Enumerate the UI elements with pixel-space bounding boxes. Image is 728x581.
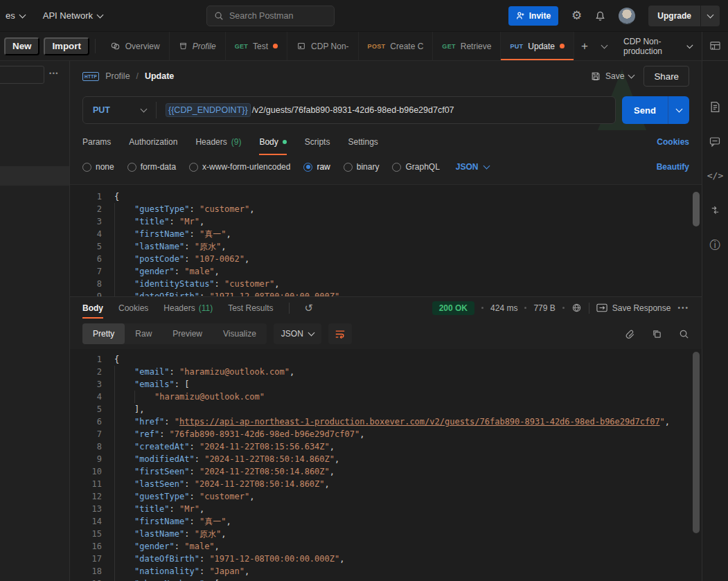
view-visualize[interactable]: Visualize [213, 323, 267, 344]
response-more-actions-button[interactable]: ••• [677, 304, 689, 312]
scrollbar-thumb[interactable] [693, 352, 700, 533]
status-badge[interactable]: 200 OK [432, 301, 474, 315]
user-avatar[interactable] [619, 8, 635, 24]
environment-quick-look-button[interactable] [702, 32, 728, 61]
save-options-chevron-icon[interactable] [628, 72, 635, 79]
link-paperclip-icon[interactable] [625, 329, 635, 339]
cookies-link[interactable]: Cookies [657, 137, 689, 147]
tab-options-button[interactable] [595, 32, 614, 60]
radio-raw-selected[interactable]: raw [303, 162, 330, 172]
tab-retrieve[interactable]: GET Retrieve [433, 32, 501, 60]
upgrade-button[interactable]: Upgrade [648, 6, 700, 26]
tab-body-active[interactable]: Body [259, 129, 286, 155]
import-button[interactable]: Import [44, 37, 89, 55]
view-raw[interactable]: Raw [125, 323, 162, 344]
api-network-menu[interactable]: API Network [43, 10, 103, 21]
settings-gear-icon[interactable]: ⚙ [571, 10, 582, 21]
tab-create[interactable]: POST Create C [359, 32, 434, 60]
indent-guide [114, 515, 134, 528]
copy-icon[interactable] [652, 329, 662, 339]
url-variable-chip[interactable]: {{CDP_ENDPOINT}} [166, 104, 250, 116]
response-tab-headers[interactable]: Headers (11) [163, 297, 213, 319]
tab-cdp-non[interactable]: CDP Non- [287, 32, 358, 60]
breadcrumb-parent[interactable]: Profile [105, 71, 130, 81]
send-button[interactable]: Send [622, 96, 668, 124]
network-globe-icon[interactable] [571, 303, 582, 313]
tab-test[interactable]: GET Test [226, 32, 287, 60]
environment-selector[interactable]: CDP Non-production [614, 32, 702, 60]
workspaces-menu[interactable]: es [6, 10, 25, 21]
response-time[interactable]: 424 ms [490, 303, 517, 313]
tab-params[interactable]: Params [82, 129, 111, 155]
response-body-editor[interactable]: 1{2"email": "haramizu@outlook.com",3"ema… [70, 349, 702, 581]
new-tab-button[interactable]: + [574, 32, 595, 60]
chevron-down-icon [675, 106, 682, 113]
send-options-button[interactable] [668, 96, 689, 124]
radio-urlencoded[interactable]: x-www-form-urlencoded [189, 162, 290, 172]
request-body-editor[interactable]: 1{2"guestType": "customer",3"title": "Mr… [70, 184, 702, 296]
share-button[interactable]: Share [643, 66, 689, 87]
sidebar-more-actions-button[interactable]: ••• [49, 70, 59, 77]
view-preview[interactable]: Preview [162, 323, 213, 344]
save-button[interactable]: Save [591, 71, 634, 81]
code-token: , [249, 203, 254, 215]
tab-settings[interactable]: Settings [348, 129, 378, 155]
tab-authorization[interactable]: Authorization [129, 129, 177, 155]
line-number: 5 [70, 240, 102, 253]
response-tab-test-results[interactable]: Test Results [228, 297, 273, 319]
tab-update-active[interactable]: PUT Update [501, 32, 574, 60]
search-input[interactable]: Search Postman [206, 6, 335, 26]
comments-icon[interactable] [709, 136, 720, 147]
url-input[interactable]: {{CDP_ENDPOINT}} /v2/guests/76fab890-893… [157, 104, 454, 116]
notifications-bell-icon[interactable] [595, 10, 605, 21]
tab-label: Test Results [228, 303, 273, 313]
search-response-icon[interactable] [679, 329, 689, 339]
upgrade-caret-button[interactable] [700, 6, 720, 26]
body-language-dropdown[interactable]: JSON [456, 162, 489, 172]
radio-graphql[interactable]: GraphQL [392, 162, 439, 172]
code-line: 9"dateOfBirth": "1971-12-08T00:00:00.000… [70, 290, 702, 296]
upgrade-split-button: Upgrade [648, 6, 720, 26]
code-token: : [ [175, 378, 190, 391]
radio-form-data[interactable]: form-data [127, 162, 176, 172]
code-line: 6"href": "https://api-ap-northeast-1-pro… [70, 415, 702, 428]
sidebar-filter-input[interactable] [0, 66, 44, 84]
documentation-icon[interactable] [710, 101, 720, 113]
radio-label: GraphQL [405, 162, 439, 172]
beautify-link[interactable]: Beautify [657, 162, 689, 172]
radio-label: x-www-form-urlencoded [202, 162, 290, 172]
response-size[interactable]: 779 B [533, 303, 555, 313]
code-token: , [221, 240, 226, 253]
history-icon[interactable]: ↺ [305, 302, 314, 314]
code-token: , [226, 515, 231, 528]
response-language-dropdown[interactable]: JSON [274, 323, 321, 344]
overview-icon [110, 42, 121, 51]
wrap-text-button[interactable] [328, 323, 352, 344]
divider [95, 39, 96, 53]
radio-icon [344, 163, 353, 172]
response-section-tabs: Body Cookies Headers (11) Test Results ↺… [70, 296, 702, 319]
code-snippet-icon[interactable]: </> [707, 170, 723, 181]
info-icon[interactable]: ⓘ [709, 238, 720, 253]
scrollbar-thumb[interactable] [693, 192, 700, 226]
related-requests-icon[interactable] [710, 204, 720, 215]
invite-button[interactable]: Invite [508, 6, 558, 26]
save-response-button[interactable]: Save Response [596, 303, 671, 313]
save-response-icon [596, 303, 607, 312]
tab-label: Retrieve [461, 42, 492, 51]
radio-none[interactable]: none [82, 162, 114, 172]
view-pretty-active[interactable]: Pretty [82, 323, 125, 344]
response-tab-body-active[interactable]: Body [82, 297, 103, 319]
radio-icon [392, 163, 401, 172]
tab-label: Body [82, 303, 103, 313]
method-dropdown[interactable]: PUT [83, 105, 156, 115]
radio-binary[interactable]: binary [344, 162, 380, 172]
invite-label: Invite [529, 11, 551, 21]
sidebar-selected-item[interactable] [0, 166, 69, 186]
response-tab-cookies[interactable]: Cookies [118, 297, 148, 319]
tab-headers[interactable]: Headers (9) [195, 129, 241, 155]
tab-scripts[interactable]: Scripts [305, 129, 330, 155]
tab-profile-folder[interactable]: Profile [170, 32, 226, 60]
new-button[interactable]: New [4, 37, 39, 55]
tab-overview[interactable]: Overview [101, 32, 170, 60]
